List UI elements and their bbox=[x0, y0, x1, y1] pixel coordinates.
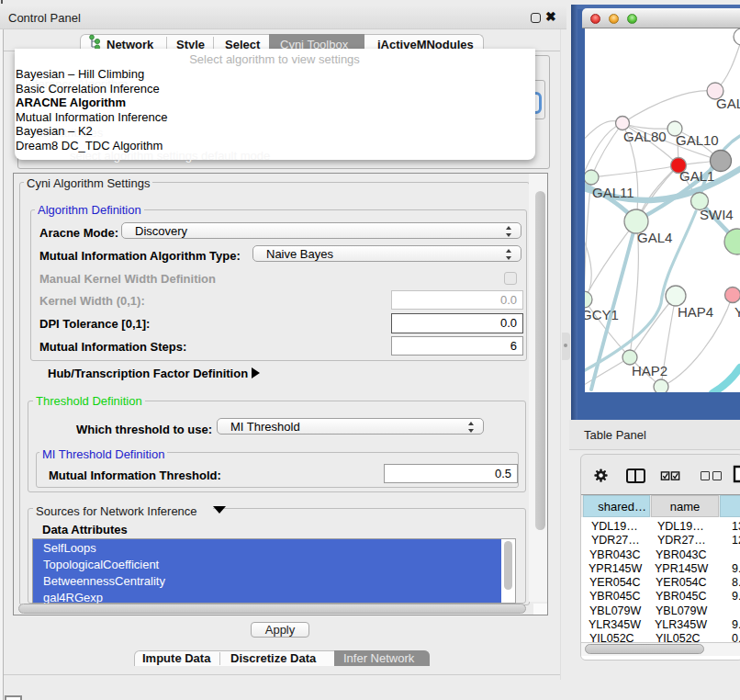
svg-text:GCY1: GCY1 bbox=[585, 307, 619, 322]
svg-text:Y: Y bbox=[734, 304, 740, 320]
svg-text:GAL1: GAL1 bbox=[679, 168, 714, 184]
svg-text:HAP2: HAP2 bbox=[632, 363, 667, 378]
svg-text:GAL11: GAL11 bbox=[592, 185, 634, 200]
svg-text:GAL: GAL bbox=[716, 96, 740, 111]
svg-text:GAL10: GAL10 bbox=[676, 132, 719, 148]
svg-text:GAL4: GAL4 bbox=[637, 230, 672, 245]
svg-text:GAL80: GAL80 bbox=[623, 129, 667, 144]
svg-text:SWI4: SWI4 bbox=[700, 207, 734, 222]
svg-text:HAP4: HAP4 bbox=[678, 304, 713, 320]
